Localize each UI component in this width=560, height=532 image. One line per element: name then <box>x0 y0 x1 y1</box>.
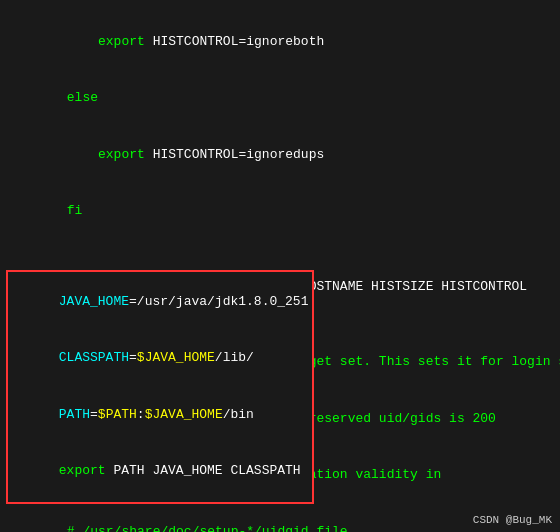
code-line: export HISTCONTROL=ignoreboth <box>20 14 540 71</box>
classpath-line: CLASSPATH=$JAVA_HOME/lib/ <box>12 330 308 387</box>
java-home-line: JAVA_HOME=/usr/java/jdk1.8.0_251 <box>12 274 308 331</box>
highlighted-code-block: JAVA_HOME=/usr/java/jdk1.8.0_251 CLASSPA… <box>6 270 314 504</box>
code-editor: export HISTCONTROL=ignoreboth else expor… <box>0 0 560 532</box>
code-comment: # /usr/share/doc/setup-*/uidgid file <box>20 504 540 532</box>
export-line: export PATH JAVA_HOME CLASSPATH <box>12 443 308 500</box>
code-line: else <box>20 71 540 128</box>
watermark: CSDN @Bug_MK <box>473 514 552 526</box>
code-line: fi <box>20 184 540 241</box>
code-line <box>20 240 540 259</box>
code-line: export HISTCONTROL=ignoredups <box>20 127 540 184</box>
path-line: PATH=$PATH:$JAVA_HOME/bin <box>12 387 308 444</box>
